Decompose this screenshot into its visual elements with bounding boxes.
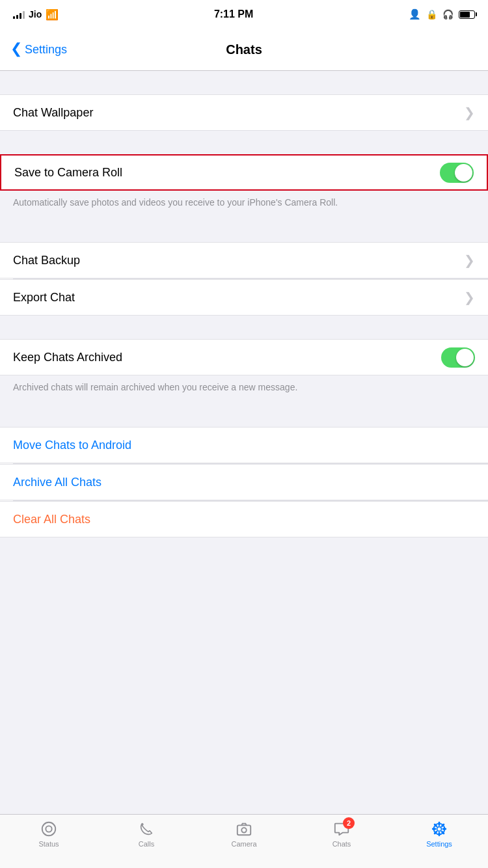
camera-icon xyxy=(235,820,253,838)
save-camera-roll-toggle[interactable] xyxy=(440,163,474,183)
tab-chats[interactable]: 2 Chats xyxy=(293,820,390,848)
clear-all-chats-label: Clear All Chats xyxy=(13,513,90,526)
save-camera-roll-cell[interactable]: Save to Camera Roll xyxy=(0,154,488,191)
section-gap-5 xyxy=(0,403,488,427)
section-wallpaper: Chat Wallpaper ❯ xyxy=(0,94,488,131)
keep-archived-label: Keep Chats Archived xyxy=(13,351,122,364)
section-backup: Chat Backup ❯ Export Chat ❯ xyxy=(0,242,488,316)
chat-backup-cell[interactable]: Chat Backup ❯ xyxy=(0,242,488,278)
headphone-icon: 🎧 xyxy=(442,9,454,20)
battery-icon xyxy=(459,10,475,19)
chat-backup-label: Chat Backup xyxy=(13,254,80,267)
wifi-icon: 📶 xyxy=(46,8,59,21)
tab-status[interactable]: Status xyxy=(0,820,98,848)
svg-rect-2 xyxy=(237,825,251,835)
person-icon: 👤 xyxy=(409,8,421,20)
move-chats-android-label: Move Chats to Android xyxy=(13,439,131,452)
status-left: Jio 📶 xyxy=(13,8,59,21)
keep-archived-toggle[interactable] xyxy=(441,347,475,368)
section-keep-archived: Keep Chats Archived xyxy=(0,339,488,375)
signal-bars-icon xyxy=(13,10,25,19)
back-button[interactable]: ❮ Settings xyxy=(10,43,67,57)
nav-bar: ❮ Settings Chats xyxy=(0,29,488,71)
calls-icon xyxy=(137,820,156,838)
section-gap-2 xyxy=(0,131,488,154)
tab-status-label: Status xyxy=(38,840,59,848)
section-gap-3 xyxy=(0,219,488,242)
chats-icon: 2 xyxy=(332,820,351,838)
archive-all-chats-label: Archive All Chats xyxy=(13,476,102,489)
status-time: 7:11 PM xyxy=(214,8,253,20)
chat-wallpaper-cell[interactable]: Chat Wallpaper ❯ xyxy=(0,94,488,131)
settings-icon xyxy=(430,820,448,838)
export-chat-cell[interactable]: Export Chat ❯ xyxy=(0,279,488,316)
battery-indicator xyxy=(459,10,475,19)
chats-badge: 2 xyxy=(343,817,355,829)
tab-camera[interactable]: Camera xyxy=(195,820,293,848)
back-chevron-icon: ❮ xyxy=(10,42,22,56)
tab-settings[interactable]: Settings xyxy=(390,820,488,848)
chevron-icon: ❯ xyxy=(464,252,475,268)
status-right: 👤 🔒 🎧 xyxy=(409,8,475,20)
keep-archived-cell[interactable]: Keep Chats Archived xyxy=(0,339,488,375)
status-icon xyxy=(40,820,58,838)
move-chats-android-cell[interactable]: Move Chats to Android xyxy=(0,427,488,463)
carrier-label: Jio xyxy=(29,9,42,20)
tab-chats-label: Chats xyxy=(332,840,351,848)
svg-point-3 xyxy=(241,828,246,832)
keep-archived-description: Archived chats will remain archived when… xyxy=(0,375,488,403)
back-label: Settings xyxy=(25,43,67,57)
section-gap-4 xyxy=(0,316,488,339)
archive-all-chats-cell[interactable]: Archive All Chats xyxy=(0,464,488,500)
lock-icon: 🔒 xyxy=(426,9,437,20)
page-title: Chats xyxy=(226,42,262,57)
status-bar: Jio 📶 7:11 PM 👤 🔒 🎧 xyxy=(0,0,488,29)
svg-point-0 xyxy=(42,822,55,835)
tab-bar: Status Calls Camera 2 Chats xyxy=(0,814,488,868)
camera-roll-description: Automatically save photos and videos you… xyxy=(0,191,488,219)
tab-settings-label: Settings xyxy=(426,840,452,848)
chevron-icon: ❯ xyxy=(464,290,475,305)
svg-point-1 xyxy=(46,826,51,832)
section-actions: Move Chats to Android Archive All Chats … xyxy=(0,427,488,537)
chat-wallpaper-label: Chat Wallpaper xyxy=(13,106,93,120)
chevron-icon: ❯ xyxy=(464,105,475,120)
tab-camera-label: Camera xyxy=(231,840,256,848)
section-gap-1 xyxy=(0,71,488,94)
export-chat-label: Export Chat xyxy=(13,291,75,305)
section-camera-roll: Save to Camera Roll xyxy=(0,154,488,191)
tab-calls-label: Calls xyxy=(139,840,154,848)
save-camera-roll-label: Save to Camera Roll xyxy=(14,166,122,180)
clear-all-chats-cell[interactable]: Clear All Chats xyxy=(0,501,488,537)
settings-content: Chat Wallpaper ❯ Save to Camera Roll Aut… xyxy=(0,71,488,591)
tab-calls[interactable]: Calls xyxy=(98,820,195,848)
svg-point-16 xyxy=(437,827,441,830)
